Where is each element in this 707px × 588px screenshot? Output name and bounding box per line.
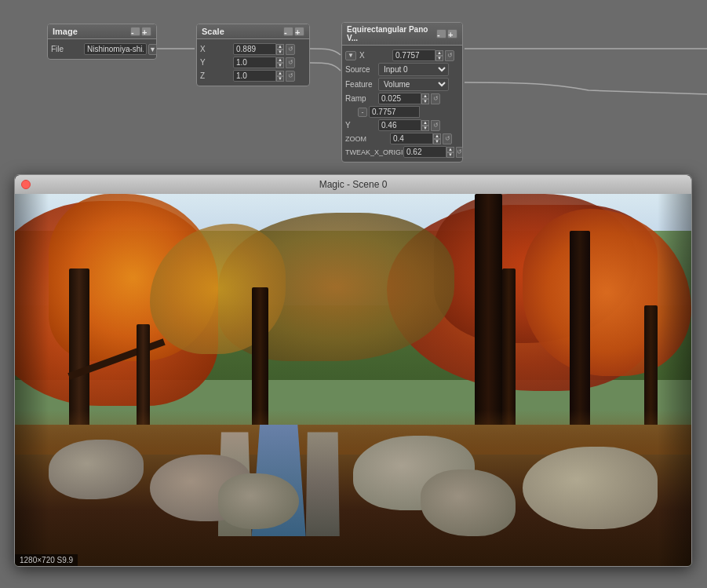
- scale-y-up-btn[interactable]: ▲: [276, 57, 284, 63]
- scale-node: Scale - + X ▲ ▼ ↺ Y: [196, 24, 310, 86]
- pano-x-reset-btn[interactable]: ↺: [445, 50, 454, 61]
- pano-ramp-up-btn[interactable]: ▲: [421, 93, 429, 99]
- close-button[interactable]: [21, 180, 31, 189]
- pano-node-header: Equirectangular Pano V... - +: [342, 23, 462, 46]
- image-node-title: Image: [53, 27, 78, 36]
- pano-ramp-reset-btn[interactable]: ↺: [431, 93, 440, 104]
- scale-z-reset-btn[interactable]: ↺: [286, 71, 295, 82]
- pano-tweak-down-btn[interactable]: ▼: [446, 152, 454, 158]
- pano-tweak-label: TWEAK_X_ORIGIN: [345, 148, 402, 156]
- scene-window: Magic - Scene 0: [14, 174, 692, 567]
- pano-ramp-down-btn[interactable]: ▼: [421, 99, 429, 104]
- pano-y-input[interactable]: [378, 119, 421, 131]
- pano-tweak-input[interactable]: [403, 146, 446, 158]
- pano-node: Equirectangular Pano V... - + ▼ X ▲ ▼ ↺: [341, 22, 463, 163]
- scale-node-plus-btn[interactable]: +: [294, 27, 304, 36]
- pano-x-label: X: [359, 51, 391, 60]
- pano-source-label: Source: [345, 65, 377, 74]
- pano-zoom-down-btn[interactable]: ▼: [433, 139, 441, 144]
- scale-x-down-btn[interactable]: ▼: [276, 49, 284, 55]
- pano-x-dropdown-btn[interactable]: ▼: [345, 51, 356, 60]
- pano-x-input[interactable]: [392, 49, 435, 61]
- scene-title: Magic - Scene 0: [319, 179, 388, 190]
- image-node-header: Image - +: [48, 24, 156, 39]
- pano-source-select[interactable]: Input 0: [378, 63, 449, 76]
- pano-zoom-label: ZOOM: [345, 135, 388, 143]
- image-node: Image - + File ▼: [47, 24, 157, 60]
- file-label: File: [51, 45, 82, 53]
- scale-z-input[interactable]: [233, 70, 276, 82]
- pano-feature-select[interactable]: Volume: [378, 78, 449, 91]
- scene-titlebar: Magic - Scene 0: [15, 175, 691, 194]
- scale-y-label: Y: [200, 58, 231, 67]
- pano-zoom-up-btn[interactable]: ▲: [433, 133, 441, 139]
- pano-y-up-btn[interactable]: ▲: [421, 120, 429, 126]
- scale-y-input[interactable]: [233, 57, 276, 68]
- scale-z-up-btn[interactable]: ▲: [276, 71, 284, 76]
- pano-zoom-reset-btn[interactable]: ↺: [443, 133, 452, 144]
- status-text: 1280×720 S9.9: [20, 556, 73, 564]
- scale-node-title: Scale: [202, 27, 224, 36]
- pano-y-label: Y: [345, 121, 377, 130]
- scale-y-reset-btn[interactable]: ↺: [286, 57, 295, 68]
- forest-scene: [15, 194, 691, 566]
- pano-tweak-up-btn[interactable]: ▲: [446, 147, 454, 152]
- pano-y-down-btn[interactable]: ▼: [421, 126, 429, 131]
- pano-zoom-input[interactable]: [390, 133, 433, 144]
- pano-node-plus-btn[interactable]: +: [447, 29, 457, 38]
- pano-ramp2-input[interactable]: [369, 106, 420, 118]
- scene-content: 1280×720 S9.9: [15, 194, 691, 566]
- pano-ramp-input[interactable]: [378, 93, 421, 104]
- pano-ramp2-minus-btn[interactable]: -: [358, 108, 367, 117]
- scale-y-down-btn[interactable]: ▼: [276, 63, 284, 68]
- pano-node-title: Equirectangular Pano V...: [347, 25, 436, 42]
- status-bar: 1280×720 S9.9: [15, 554, 78, 566]
- pano-x-down-btn[interactable]: ▼: [435, 56, 443, 61]
- pano-node-minus-btn[interactable]: -: [436, 29, 446, 38]
- pano-tweak-reset-btn[interactable]: ↺: [456, 147, 463, 158]
- scale-z-down-btn[interactable]: ▼: [276, 76, 284, 82]
- file-dropdown-btn[interactable]: ▼: [148, 44, 157, 55]
- pano-feature-label: Feature: [345, 80, 377, 89]
- file-input[interactable]: [84, 43, 147, 55]
- scale-x-input[interactable]: [233, 43, 276, 55]
- scale-x-label: X: [200, 45, 231, 53]
- scale-node-header: Scale - +: [197, 24, 309, 39]
- pano-y-reset-btn[interactable]: ↺: [431, 120, 440, 131]
- scale-node-minus-btn[interactable]: -: [283, 27, 293, 36]
- scale-z-label: Z: [200, 71, 231, 80]
- pano-x-up-btn[interactable]: ▲: [435, 50, 443, 56]
- scale-x-up-btn[interactable]: ▲: [276, 44, 284, 49]
- scale-x-reset-btn[interactable]: ↺: [286, 44, 295, 55]
- pano-ramp-label: Ramp: [345, 94, 377, 103]
- node-editor: Image - + File ▼ Scale - + X: [0, 0, 707, 165]
- image-node-plus-btn[interactable]: +: [141, 27, 151, 36]
- image-node-minus-btn[interactable]: -: [130, 27, 140, 36]
